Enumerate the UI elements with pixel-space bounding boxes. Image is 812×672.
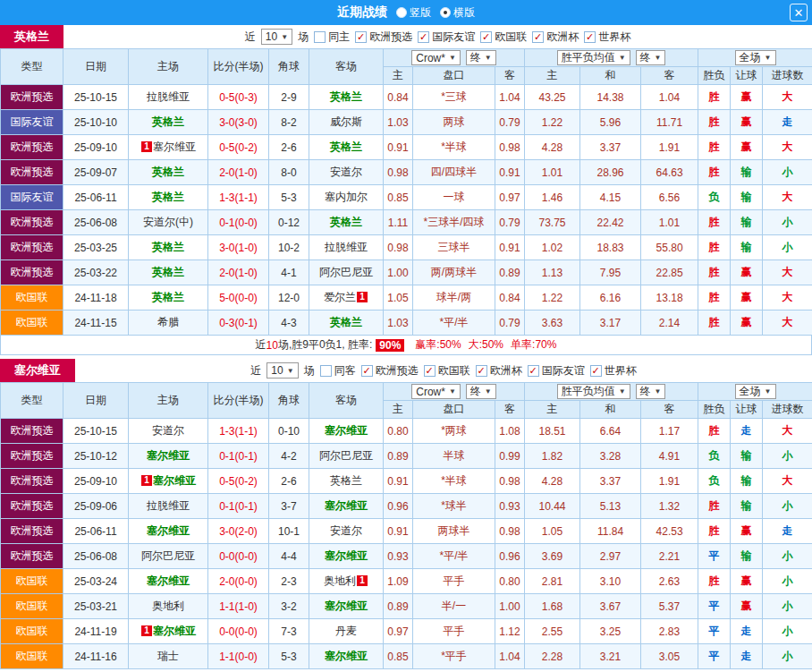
home-team-cell: 安道尔 [129,419,208,444]
result-cell: 胜 [698,110,731,135]
score-cell: 0-3(0-1) [208,310,269,336]
avg-draw-odds-cell: 6.16 [580,285,641,310]
avg-draw-odds-cell: 18.83 [580,235,641,260]
away-team-cell: 阿尔巴尼亚 [309,260,384,285]
away-team-cell: 阿尔巴尼亚 [309,444,384,469]
date-cell: 25-03-24 [63,569,129,594]
competition-checkbox[interactable]: 国际友谊 [418,30,475,45]
team-name: 威尔斯 [330,115,362,128]
avg-home-odds-cell: 1.01 [525,160,580,185]
avg-away-odds-cell: 42.53 [641,519,698,544]
table-header-row: 类型 日期 主场 比分(半场) 角球 客场 Crow*▼ 终▼ 胜平负均值▼ 终… [1,383,812,401]
score-cell: 3-0(3-0) [208,110,269,135]
result-cell: 胜 [698,235,731,260]
goals-result-cell: 小 [763,594,812,619]
chevron-down-icon: ▼ [287,367,294,375]
competition-checkbox[interactable]: 欧洲杯 [532,30,579,45]
handicap-line-cell: *平/半 [413,544,495,569]
league-type-cell: 欧洲预选 [1,469,63,494]
away-team-cell: 塞内加尔 [309,185,384,210]
handicap-result-cell: 赢 [731,260,763,285]
match-count-select[interactable]: 10▼ [266,362,298,379]
avg-home-odds-cell: 43.25 [525,85,580,110]
score-cell: 1-1(0-0) [208,644,269,669]
chevron-down-icon: ▼ [619,54,626,62]
handicap-result-cell: 走 [731,619,763,644]
scope-select[interactable]: 全场▼ [735,384,776,399]
corner-cell: 4-1 [269,260,309,285]
home-team-cell: 英格兰 [129,260,208,285]
date-cell: 24-11-19 [63,619,129,644]
same-venue-checkbox[interactable]: 同主 [314,30,350,45]
handicap-result-cell: 输 [731,469,763,494]
date-cell: 24-11-18 [63,285,129,310]
team-name: 英格兰 [152,166,184,178]
handicap-line-cell: *平手 [413,644,495,669]
odds-source-select[interactable]: Crow*▼ [411,384,461,399]
match-row: 欧洲预选25-06-08安道尔(中)0-1(0-0)0-12英格兰1.11*三球… [1,210,812,235]
handicap-home-odds-cell: 0.89 [384,444,413,469]
handicap-line-cell: 两球 [413,110,495,135]
competition-label: 欧洲预选 [369,30,412,45]
avg-odds-select[interactable]: 胜平负均值▼ [557,50,630,65]
handicap-home-odds-cell: 0.85 [384,185,413,210]
goals-result-cell: 小 [763,544,812,569]
section-head-england: 英格兰 近 10▼ 场 同主 欧洲预选国际友谊欧国联欧洲杯世界杯 [0,25,812,48]
checkbox-checked-icon [584,31,596,43]
handicap-away-odds-cell: 0.79 [495,310,525,336]
competition-checkbox[interactable]: 欧国联 [424,363,470,379]
competition-checkbox[interactable]: 欧洲杯 [476,363,522,379]
handicap-line-cell: *平/半 [413,310,495,336]
handicap-result-cell: 输 [731,494,763,519]
handicap-result-cell: 输 [731,235,763,260]
match-count-select[interactable]: 10▼ [261,29,292,45]
corner-cell: 8-2 [269,110,309,135]
competition-checkbox[interactable]: 欧国联 [480,30,527,45]
layout-radio-horizontal[interactable]: 横版 [440,5,475,21]
goals-result-cell: 大 [763,419,812,444]
win-rate-badge: 90% [376,339,404,352]
team-name: 塞尔维亚 [325,499,368,512]
final-select[interactable]: 终▼ [636,384,666,399]
handicap-home-odds-cell: 1.11 [384,210,413,235]
league-type-cell: 欧洲预选 [1,544,63,569]
final-select[interactable]: 终▼ [466,50,496,65]
league-type-cell: 欧洲预选 [1,444,63,469]
same-venue-checkbox[interactable]: 同客 [320,363,356,379]
final-select[interactable]: 终▼ [636,50,666,65]
final-select[interactable]: 终▼ [466,384,496,399]
col-home: 主场 [129,383,208,419]
avg-home-odds-cell: 1.82 [525,444,580,469]
handicap-home-odds-cell: 0.85 [384,644,413,669]
score-cell: 1-3(1-1) [208,419,269,444]
chevron-down-icon: ▼ [449,54,456,62]
avg-odds-select[interactable]: 胜平负均值▼ [557,384,630,399]
competition-checkbox[interactable]: 国际友谊 [528,363,585,379]
handicap-result-cell: 赢 [731,285,763,310]
team-name: 爱尔兰 [324,291,356,303]
competition-checkbox[interactable]: 世界杯 [584,30,630,45]
close-icon[interactable]: ✕ [790,4,808,21]
scope-select[interactable]: 全场▼ [735,50,776,65]
goals-result-cell: 小 [763,160,812,185]
corner-cell: 0-10 [269,419,309,444]
away-team-cell: 塞尔维亚 [309,494,384,519]
avg-draw-odds-cell: 5.96 [580,110,641,135]
competition-label: 世界杯 [605,363,637,379]
corner-cell: 2-3 [269,569,309,594]
checkbox-checked-icon [355,31,367,43]
team-name: 奥地利 [152,600,184,612]
odds-source-select[interactable]: Crow*▼ [411,50,461,65]
competition-checkbox[interactable]: 欧洲预选 [361,363,419,379]
team-name: 英格兰 [152,266,184,278]
goals-result-cell: 大 [763,310,812,336]
competition-checkbox[interactable]: 世界杯 [590,363,637,379]
handicap-away-odds-cell: 0.79 [495,210,525,235]
summary-text: 大:50% [469,337,503,353]
competition-label: 国际友谊 [432,30,475,45]
corner-cell: 7-3 [269,619,309,644]
avg-away-odds-cell: 22.85 [641,260,698,285]
handicap-result-cell: 赢 [731,310,763,336]
competition-checkbox[interactable]: 欧洲预选 [355,30,412,45]
layout-radio-vertical[interactable]: 竖版 [396,5,431,21]
